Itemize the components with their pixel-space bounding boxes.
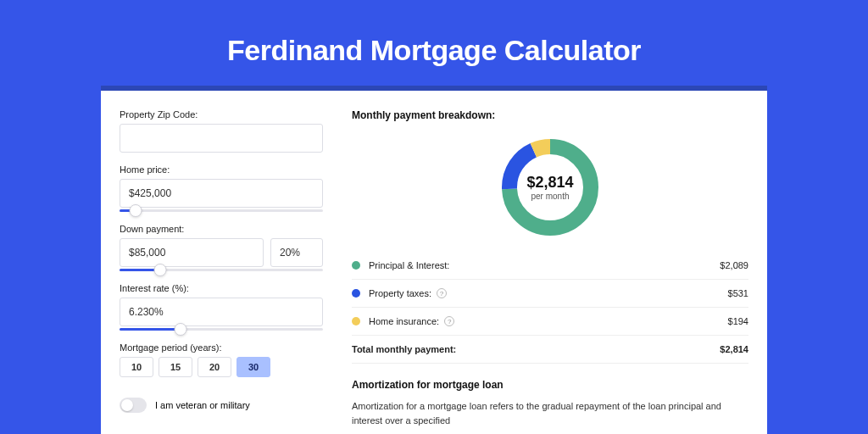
results-panel: Monthly payment breakdown: $2,814 per mo… [352, 109, 748, 434]
down-slider[interactable] [120, 269, 323, 271]
donut-wrap: $2,814 per month [352, 128, 748, 252]
down-label: Down payment: [120, 224, 323, 234]
form-panel: Property Zip Code: Home price: Down paym… [120, 109, 323, 434]
amortization-section: Amortization for mortgage loan Amortizat… [352, 379, 748, 427]
breakdown-total-row: Total monthly payment: $2,814 [352, 336, 748, 364]
total-value: $2,814 [720, 344, 748, 354]
breakdown-value: $194 [728, 316, 748, 326]
donut-center: $2,814 per month [498, 135, 603, 240]
period-label: Mortgage period (years): [120, 342, 323, 353]
amortization-text: Amortization for a mortgage loan refers … [352, 399, 748, 427]
breakdown-value: $531 [728, 288, 748, 298]
page-title: Ferdinand Mortgage Calculator [227, 34, 641, 67]
down-value-input[interactable] [120, 238, 264, 267]
veteran-row: I am veteran or military [120, 398, 323, 413]
info-icon[interactable]: ? [437, 288, 447, 298]
page-wrap: Ferdinand Mortgage Calculator Property Z… [0, 0, 868, 434]
price-field-group: Home price: [120, 164, 323, 212]
color-dot-icon [352, 317, 360, 326]
down-percent-input[interactable] [270, 238, 323, 267]
breakdown-list: Principal & Interest: $2,089 Property ta… [352, 252, 748, 364]
rate-label: Interest rate (%): [120, 283, 323, 293]
breakdown-row: Principal & Interest: $2,089 [352, 252, 748, 280]
donut-center-value: $2,814 [526, 174, 573, 192]
period-option-30[interactable]: 30 [236, 357, 270, 377]
down-field-group: Down payment: [120, 224, 323, 271]
period-option-20[interactable]: 20 [198, 357, 231, 377]
veteran-toggle[interactable] [120, 398, 147, 413]
breakdown-value: $2,089 [720, 260, 748, 270]
donut-center-label: per month [531, 192, 569, 201]
veteran-label: I am veteran or military [155, 400, 250, 410]
price-slider[interactable] [120, 209, 323, 212]
price-label: Home price: [120, 164, 323, 175]
rate-input[interactable] [120, 298, 323, 326]
color-dot-icon [352, 289, 360, 298]
total-label: Total monthly payment: [352, 344, 456, 354]
period-field-group: Mortgage period (years): 10 15 20 30 [120, 342, 323, 377]
rate-field-group: Interest rate (%): [120, 283, 323, 331]
breakdown-name: Home insurance: [369, 316, 439, 326]
breakdown-name: Property taxes: [369, 288, 431, 298]
payment-donut-chart: $2,814 per month [498, 135, 603, 240]
period-option-15[interactable]: 15 [159, 357, 192, 377]
breakdown-title: Monthly payment breakdown: [352, 109, 748, 121]
period-option-10[interactable]: 10 [120, 357, 153, 377]
zip-label: Property Zip Code: [120, 109, 323, 120]
zip-input[interactable] [120, 124, 323, 153]
info-icon[interactable]: ? [444, 316, 454, 326]
breakdown-row: Property taxes:? $531 [352, 280, 748, 308]
breakdown-row: Home insurance:? $194 [352, 308, 748, 336]
color-dot-icon [352, 261, 360, 270]
period-options: 10 15 20 30 [120, 357, 323, 377]
breakdown-name: Principal & Interest: [369, 260, 449, 270]
calculator-card: Property Zip Code: Home price: Down paym… [101, 86, 767, 434]
amortization-heading: Amortization for mortgage loan [352, 379, 748, 391]
zip-field-group: Property Zip Code: [120, 109, 323, 153]
rate-slider[interactable] [120, 328, 323, 331]
price-input[interactable] [120, 179, 323, 208]
